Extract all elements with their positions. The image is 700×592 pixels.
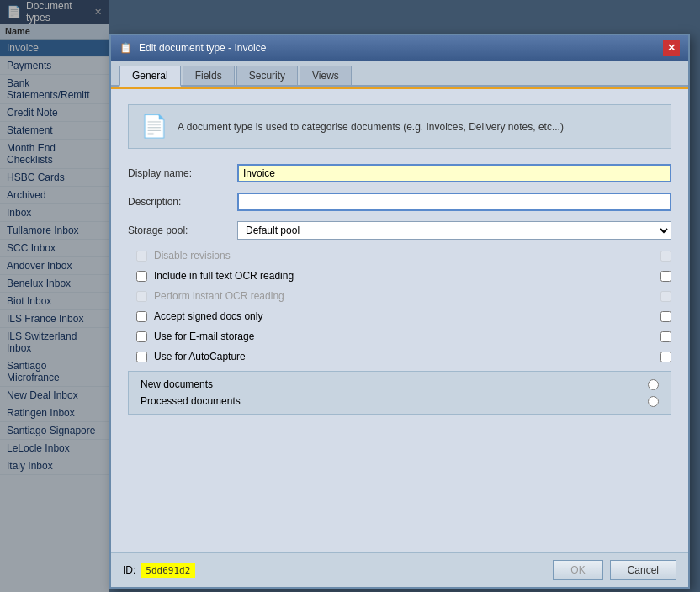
storage-pool-select[interactable]: Default pool [237, 221, 671, 240]
modal-footer: ID: 5dd691d2 OK Cancel [111, 552, 688, 587]
disable-revisions-right-checkbox[interactable] [660, 251, 671, 262]
use-autocapture-right-checkbox[interactable] [660, 352, 671, 362]
include-ocr-row: Include in full text OCR reading [128, 270, 671, 282]
include-ocr-label: Include in full text OCR reading [154, 270, 294, 282]
id-section: ID: 5dd691d2 [123, 563, 195, 578]
disable-revisions-checkbox[interactable] [136, 251, 147, 262]
description-row: Description: [128, 193, 671, 211]
description-label: Description: [128, 196, 237, 208]
perform-ocr-row: Perform instant OCR reading [128, 290, 671, 302]
modal-title-icon: 📋 [119, 42, 132, 54]
ok-button[interactable]: OK [553, 560, 602, 580]
display-name-input[interactable] [237, 164, 671, 182]
orange-accent-line [111, 87, 688, 89]
accept-signed-checkbox[interactable] [136, 311, 147, 322]
modal-content: 📄 A document type is used to categorise … [111, 92, 688, 552]
new-documents-label: New documents [141, 378, 213, 390]
disable-revisions-row: Disable revisions [128, 250, 671, 262]
new-documents-radio[interactable] [648, 379, 659, 390]
tab-bar: General Fields Security Views [111, 61, 688, 87]
id-value: 5dd691d2 [141, 563, 195, 578]
disable-revisions-label: Disable revisions [154, 250, 231, 262]
tab-security[interactable]: Security [236, 66, 298, 85]
use-autocapture-row: Use for AutoCapture [128, 351, 671, 362]
info-document-icon: 📄 [141, 114, 167, 140]
use-email-row: Use for E-mail storage [128, 330, 671, 342]
info-text: A document type is used to categorise do… [178, 121, 564, 133]
display-name-label: Display name: [128, 167, 237, 179]
display-name-row: Display name: [128, 164, 671, 182]
perform-ocr-right-checkbox[interactable] [660, 291, 671, 302]
storage-pool-label: Storage pool: [128, 225, 237, 236]
processed-documents-row: Processed documents [141, 395, 659, 407]
footer-buttons: OK Cancel [553, 560, 676, 580]
modal-title: Edit document type - Invoice [139, 42, 266, 54]
processed-documents-radio[interactable] [648, 396, 659, 407]
tab-fields[interactable]: Fields [183, 66, 235, 85]
perform-ocr-checkbox[interactable] [136, 291, 147, 302]
use-email-checkbox[interactable] [136, 331, 147, 342]
id-label: ID: [123, 564, 135, 576]
use-autocapture-label: Use for AutoCapture [154, 351, 246, 362]
include-ocr-checkbox[interactable] [136, 271, 147, 282]
edit-document-type-dialog: 📋 Edit document type - Invoice ✕ General… [109, 34, 690, 589]
new-documents-row: New documents [141, 378, 659, 390]
description-input[interactable] [237, 193, 671, 211]
cancel-button[interactable]: Cancel [610, 560, 676, 580]
tab-views[interactable]: Views [300, 66, 352, 85]
accept-signed-row: Accept signed docs only [128, 310, 671, 322]
modal-title-bar: 📋 Edit document type - Invoice ✕ [111, 35, 688, 61]
storage-pool-row: Storage pool: Default pool [128, 221, 671, 240]
use-autocapture-checkbox[interactable] [136, 352, 147, 362]
modal-close-button[interactable]: ✕ [663, 40, 680, 56]
modal-overlay: 📋 Edit document type - Invoice ✕ General… [0, 0, 700, 592]
use-email-right-checkbox[interactable] [660, 331, 671, 342]
info-box: 📄 A document type is used to categorise … [128, 104, 671, 149]
processed-documents-label: Processed documents [141, 395, 241, 407]
include-ocr-right-checkbox[interactable] [660, 271, 671, 282]
perform-ocr-label: Perform instant OCR reading [154, 290, 284, 302]
document-routing-group: New documents Processed documents [128, 371, 671, 415]
tab-general[interactable]: General [119, 66, 181, 87]
app-container: 📄 Document types ✕ Name InvoicePaymentsB… [0, 0, 700, 592]
accept-signed-label: Accept signed docs only [154, 310, 262, 322]
use-email-label: Use for E-mail storage [154, 330, 254, 342]
accept-signed-right-checkbox[interactable] [660, 311, 671, 322]
